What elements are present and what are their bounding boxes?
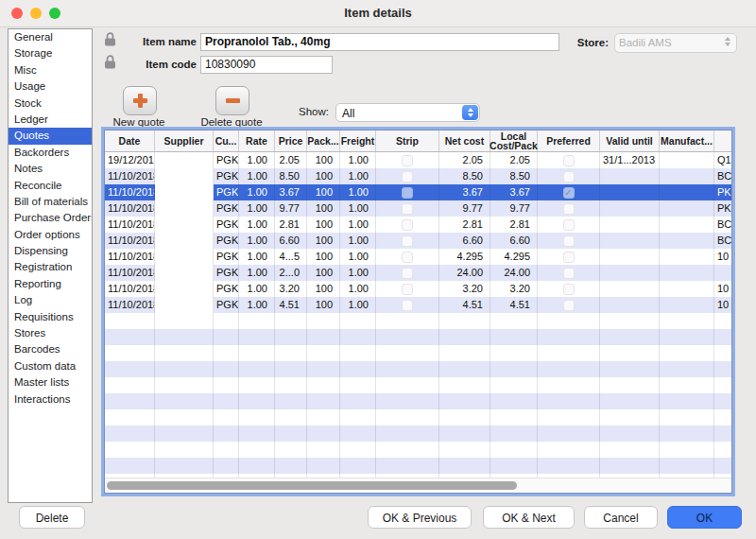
column-header-supplier[interactable]: Supplier [155, 130, 214, 151]
preferred-checkbox[interactable] [563, 219, 575, 231]
cell-date: 11/10/2018 [105, 249, 155, 265]
strip-checkbox[interactable] [402, 268, 413, 279]
sidebar-item-order-options[interactable]: Order options [9, 227, 92, 243]
preferred-checkbox[interactable] [563, 171, 575, 183]
sidebar-item-requisitions[interactable]: Requisitions [9, 309, 92, 325]
column-header-pack-[interactable]: Pack... [307, 130, 340, 151]
sidebar-item-bill-of-materials[interactable]: Bill of materials [9, 194, 92, 210]
preferred-checkbox[interactable] [563, 235, 575, 247]
store-select[interactable]: Badili AMS [614, 33, 737, 53]
sidebar-item-dispensing[interactable]: Dispensing [9, 243, 92, 259]
column-header-overflow[interactable] [714, 130, 732, 151]
cell-preferred [538, 426, 600, 442]
preferred-checkbox[interactable] [563, 252, 575, 263]
sidebar-item-backorders[interactable]: Backorders [9, 145, 92, 161]
sidebar-item-quotes[interactable]: Quotes [9, 128, 92, 144]
ok-button[interactable]: OK [667, 506, 742, 529]
cell-price [275, 329, 307, 345]
strip-checkbox[interactable] [402, 284, 413, 295]
column-header-date[interactable]: Date [105, 130, 155, 151]
item-code-input[interactable]: 10830090 [200, 56, 333, 74]
cell-currency: PGK [214, 168, 239, 184]
strip-checkbox[interactable] [402, 300, 413, 311]
preferred-checkbox[interactable]: ✓ [563, 187, 575, 199]
sidebar-item-usage[interactable]: Usage [9, 78, 92, 95]
sidebar-item-stores[interactable]: Stores [9, 325, 92, 341]
horizontal-scrollbar-track[interactable] [105, 478, 731, 493]
sidebar-item-purchase-orders[interactable]: Purchase Orders [9, 210, 92, 226]
preferred-checkbox[interactable] [563, 284, 575, 295]
cell-price: 2.81 [275, 217, 307, 233]
sidebar-item-stock[interactable]: Stock [9, 96, 92, 112]
sidebar-item-misc[interactable]: Misc [9, 62, 92, 78]
column-header-cu-[interactable]: Cu... [214, 130, 239, 151]
cell-rate [239, 329, 275, 345]
quote-row[interactable]: 11/10/2018PGK1.002...01001.0024.0024.00 [105, 265, 732, 281]
strip-checkbox[interactable] [402, 155, 413, 166]
quote-row[interactable]: 11/10/2018PGK1.003.201001.003.203.2010 [105, 281, 732, 297]
plus-icon [133, 94, 147, 108]
preferred-checkbox[interactable] [563, 203, 575, 215]
cell-valid_until [600, 393, 660, 409]
strip-checkbox[interactable] [402, 171, 413, 183]
quote-row[interactable]: 11/10/2018PGK1.009.771001.009.779.77PK [105, 200, 732, 217]
quote-row[interactable]: 19/12/2013PGK1.002.051001.002.052.0531/1… [105, 152, 732, 168]
cell-price [275, 409, 307, 426]
new-quote-button[interactable] [123, 86, 157, 115]
column-header-net-cost[interactable]: Net cost [439, 130, 490, 151]
cancel-button[interactable]: Cancel [584, 506, 658, 529]
cell-net_cost: 2.81 [439, 217, 490, 233]
cell-currency [214, 458, 239, 474]
cell-rate: 1.00 [239, 249, 275, 265]
cell-valid_until [600, 265, 660, 281]
column-header-freight[interactable]: Freight [340, 130, 376, 151]
strip-checkbox[interactable] [402, 187, 413, 199]
strip-checkbox[interactable] [402, 219, 413, 231]
ok-next-button[interactable]: OK & Next [483, 506, 575, 529]
cell-local_cost [490, 393, 538, 409]
column-header-rate[interactable]: Rate [239, 130, 275, 151]
preferred-checkbox[interactable] [563, 300, 575, 311]
preferred-checkbox[interactable] [563, 155, 575, 166]
delete-quote-button[interactable] [215, 86, 249, 115]
sidebar-item-ledger[interactable]: Ledger [9, 112, 92, 128]
show-dropdown[interactable]: All [335, 103, 480, 122]
item-name-input[interactable]: Propranolol Tab., 40mg [200, 33, 559, 51]
quote-row[interactable]: 11/10/2018PGK1.008.501001.008.508.50BC [105, 168, 732, 184]
horizontal-scrollbar-thumb[interactable] [107, 481, 517, 490]
sidebar-item-reconcile[interactable]: Reconcile [9, 178, 92, 194]
strip-checkbox[interactable] [402, 203, 413, 215]
column-header-strip[interactable]: Strip [376, 130, 439, 151]
quote-row[interactable]: 11/10/2018PGK1.004...51001.004.2954.2951… [105, 249, 732, 265]
sidebar-item-log[interactable]: Log [9, 292, 92, 308]
sidebar-item-storage[interactable]: Storage [9, 45, 92, 61]
column-header-local-cost-pack[interactable]: Local Cost/Pack [490, 130, 538, 151]
quote-row[interactable]: 11/10/2018PGK1.004.511001.004.514.5110 [105, 297, 732, 313]
sidebar-item-master-lists[interactable]: Master lists [9, 374, 92, 391]
column-header-preferred[interactable]: Preferred [538, 130, 600, 151]
column-header-price[interactable]: Price [275, 130, 307, 151]
sidebar-item-notes[interactable]: Notes [9, 161, 92, 177]
cell-price: 4.51 [275, 297, 307, 313]
column-header-valid-until[interactable]: Valid until [600, 130, 660, 151]
quote-row[interactable]: 11/10/2018PGK1.003.671001.003.673.67✓PK [105, 184, 732, 200]
preferred-checkbox[interactable] [563, 268, 575, 279]
sidebar-item-interactions[interactable]: Interactions [9, 391, 92, 408]
cell-net_cost [439, 361, 490, 377]
quote-row[interactable]: 11/10/2018PGK1.006.601001.006.606.60BC [105, 233, 732, 249]
ok-previous-button[interactable]: OK & Previous [368, 506, 472, 529]
sidebar-item-registration[interactable]: Registration [9, 259, 92, 275]
sidebar-item-custom-data[interactable]: Custom data [9, 358, 92, 374]
column-header-manufact-[interactable]: Manufact... [660, 130, 714, 151]
cell-manufacturer [660, 200, 714, 217]
sidebar-item-reporting[interactable]: Reporting [9, 276, 92, 292]
quote-row[interactable]: 11/10/2018PGK1.002.811001.002.812.81BC [105, 217, 732, 233]
sidebar-item-barcodes[interactable]: Barcodes [9, 341, 92, 357]
cell-supplier [155, 281, 214, 297]
strip-checkbox[interactable] [402, 235, 413, 247]
delete-button[interactable]: Delete [19, 506, 85, 529]
sidebar-item-general[interactable]: General [9, 29, 92, 45]
cell-overflow [714, 329, 732, 345]
strip-checkbox[interactable] [402, 252, 413, 263]
cell-currency: PGK [214, 200, 239, 217]
